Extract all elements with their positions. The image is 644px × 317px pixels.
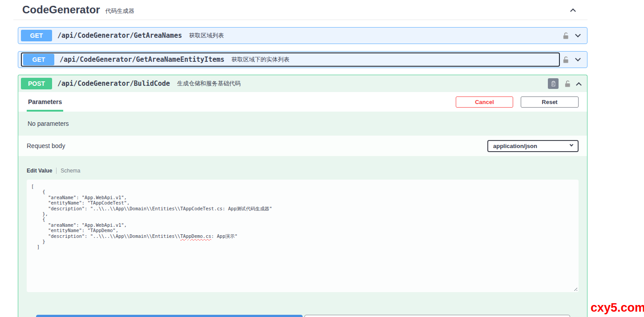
tag-header[interactable]: CodeGenerator 代码生成器 [13,0,587,20]
chevron-down-icon [570,143,573,146]
operation-summary: 获取区域下的实体列表 [231,56,289,64]
watermark-text: cxy5.com [591,301,644,315]
body-json-text: [ { "areaName": "App.WebApi.v1", "entity… [31,184,272,239]
parameters-header: Parameters Cancel Reset [18,92,587,112]
collapse-operation-button[interactable] [577,80,581,88]
content-type-value: application/json [493,143,537,149]
tab-schema[interactable]: Schema [61,168,80,174]
no-parameters-text: No parameters [18,112,587,136]
request-body-textarea[interactable]: [ { "areaName": "App.WebApi.v1", "entity… [27,180,579,292]
clear-button[interactable] [304,315,570,317]
cancel-button[interactable]: Cancel [456,96,513,108]
operation-path: /api/CodeGenerator/GetAreaNames [57,32,182,40]
auth-lock-button[interactable] [563,56,569,64]
chevron-down-icon [575,56,581,61]
opblock-summary[interactable]: GET /api/CodeGenerator/GetAreaNames 获取区域… [21,28,563,44]
swagger-page: CodeGenerator 代码生成器 GET /api/CodeGenerat… [0,0,644,317]
chevron-down-icon [575,32,581,37]
tag-title: CodeGenerator [22,4,100,16]
method-badge-get: GET [23,54,54,65]
unlock-icon [564,80,571,88]
reset-button[interactable]: Reset [521,96,579,108]
body-editor-section: Edit Value Schema [ { "areaName": "App.W… [18,156,587,317]
opblock-get-areanames[interactable]: GET /api/CodeGenerator/GetAreaNames 获取区域… [18,27,587,44]
tag-subtitle: 代码生成器 [105,7,134,15]
method-badge-get: GET [21,30,52,41]
operation-path: /api/CodeGenerator/GetAreaNameEntityItem… [60,56,224,64]
expand-operation-button[interactable] [576,56,580,64]
execute-button[interactable] [36,315,303,317]
operation-summary: 获取区域列表 [189,32,224,40]
content-type-select[interactable]: application/json [487,140,579,152]
auth-lock-button[interactable] [563,32,569,40]
request-body-header: Request body application/json [18,136,587,156]
tab-divider [56,168,57,174]
unlock-icon [563,32,569,40]
chevron-up-icon [576,82,582,88]
clipboard-icon [551,80,556,87]
opblock-summary-focused[interactable]: GET /api/CodeGenerator/GetAreaNameEntity… [21,52,560,67]
collapse-tag-button[interactable] [571,6,575,14]
expand-operation-button[interactable] [576,32,580,40]
opblock-post-bulidcode: POST /api/CodeGenerator/BulidCode 生成仓储和服… [18,75,587,317]
copy-path-button[interactable] [548,78,559,89]
execute-row [27,315,579,317]
method-badge-post: POST [21,78,52,89]
request-body-label: Request body [27,142,65,149]
tab-parameters[interactable]: Parameters [27,92,63,112]
auth-lock-button[interactable] [564,80,571,88]
operation-summary: 生成仓储和服务基础代码 [177,80,241,88]
operation-path: /api/CodeGenerator/BulidCode [57,80,170,88]
tab-edit-value[interactable]: Edit Value [27,168,52,174]
opblock-get-areaname-entityitems[interactable]: GET /api/CodeGenerator/GetAreaNameEntity… [18,51,587,68]
opblock-summary[interactable]: POST /api/CodeGenerator/BulidCode 生成仓储和服… [18,75,587,92]
unlock-icon [563,56,569,64]
body-json-misspelled: TAppDemo.cs [180,233,211,239]
chevron-up-icon [570,8,576,14]
